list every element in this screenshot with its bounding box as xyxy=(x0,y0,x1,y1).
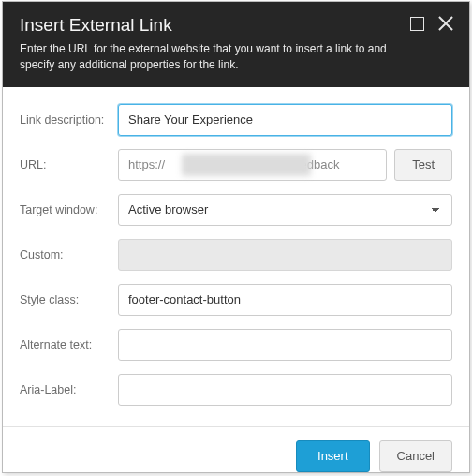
link-description-input[interactable] xyxy=(118,104,452,136)
label-alternate-text: Alternate text: xyxy=(20,338,118,351)
window-controls xyxy=(410,15,454,32)
row-custom: Custom: xyxy=(20,239,452,271)
style-class-input[interactable] xyxy=(118,284,452,316)
row-aria-label: Aria-Label: xyxy=(20,374,452,406)
label-link-description: Link description: xyxy=(20,113,118,126)
cancel-button[interactable]: Cancel xyxy=(379,440,452,472)
label-style-class: Style class: xyxy=(20,293,118,306)
dialog-body: Link description: URL: Test Target windo… xyxy=(3,87,469,426)
maximize-icon[interactable] xyxy=(410,17,424,31)
label-aria-label: Aria-Label: xyxy=(20,383,118,396)
dialog-footer: Insert Cancel xyxy=(3,426,469,476)
row-style-class: Style class: xyxy=(20,284,452,316)
row-target-window: Target window: Active browser xyxy=(20,194,452,226)
dialog-description: Enter the URL for the external website t… xyxy=(20,41,404,74)
custom-field xyxy=(118,239,452,271)
close-icon[interactable] xyxy=(437,15,454,32)
dialog-title: Insert External Link xyxy=(20,15,452,36)
url-input[interactable] xyxy=(118,149,387,181)
aria-label-input[interactable] xyxy=(118,374,452,406)
row-alternate-text: Alternate text: xyxy=(20,329,452,361)
dialog-header: Insert External Link Enter the URL for t… xyxy=(3,2,469,87)
insert-external-link-dialog: Insert External Link Enter the URL for t… xyxy=(2,1,470,473)
row-link-description: Link description: xyxy=(20,104,452,136)
label-target-window: Target window: xyxy=(20,203,118,216)
label-custom: Custom: xyxy=(20,248,118,261)
row-url: URL: Test xyxy=(20,149,452,181)
alternate-text-input[interactable] xyxy=(118,329,452,361)
target-window-select[interactable]: Active browser xyxy=(118,194,452,226)
insert-button[interactable]: Insert xyxy=(296,440,370,472)
test-button[interactable]: Test xyxy=(394,149,452,181)
label-url: URL: xyxy=(20,158,118,171)
